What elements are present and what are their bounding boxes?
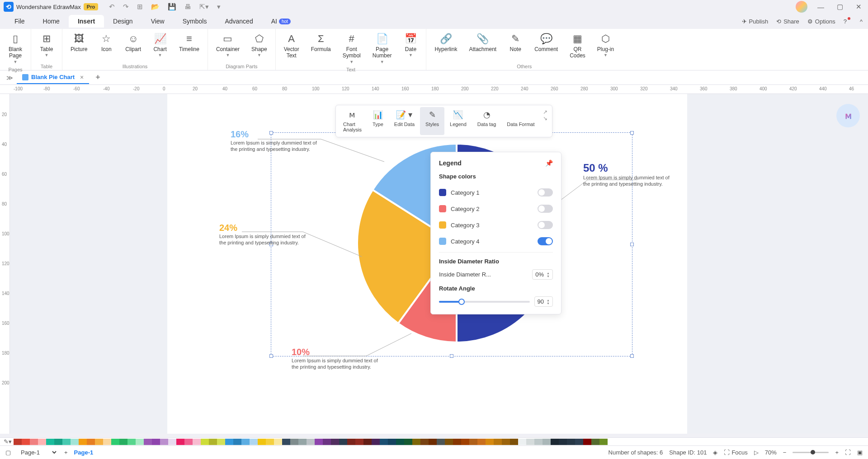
- selection-handle[interactable]: [630, 354, 634, 358]
- palette-swatch[interactable]: [445, 439, 453, 445]
- focus-button[interactable]: ⛶ Focus: [724, 449, 747, 456]
- selection-handle[interactable]: [450, 354, 453, 358]
- zoom-in-icon[interactable]: +: [835, 449, 839, 456]
- palette-swatch[interactable]: [559, 439, 567, 445]
- menu-insert[interactable]: Insert: [69, 15, 104, 28]
- ribbon-font-symbol[interactable]: #FontSymbol▼: [339, 31, 364, 66]
- menu-symbols[interactable]: Symbols: [174, 15, 216, 28]
- zoom-out-icon[interactable]: −: [783, 449, 787, 456]
- close-icon[interactable]: ✕: [853, 3, 864, 11]
- palette-swatch[interactable]: [437, 439, 445, 445]
- palette-swatch[interactable]: [30, 439, 38, 445]
- palette-swatch[interactable]: [363, 439, 372, 445]
- category-toggle[interactable]: [538, 205, 553, 213]
- color-swatch[interactable]: [439, 205, 446, 212]
- palette-swatch[interactable]: [502, 439, 510, 445]
- palette-swatch[interactable]: [339, 439, 347, 445]
- palette-swatch[interactable]: [250, 439, 258, 445]
- palette-swatch[interactable]: [233, 439, 241, 445]
- inside-diameter-input[interactable]: 0% ▲▼: [532, 269, 553, 280]
- palette-swatch[interactable]: [168, 439, 176, 445]
- menu-file[interactable]: File: [5, 15, 34, 28]
- palette-swatch[interactable]: [95, 439, 103, 445]
- palette-swatch[interactable]: [258, 439, 266, 445]
- spinner-down-icon[interactable]: ▼: [547, 275, 550, 278]
- qat-more-icon[interactable]: ▾: [217, 3, 221, 11]
- palette-swatch[interactable]: [388, 439, 396, 445]
- help-button[interactable]: ?: [844, 18, 852, 25]
- palette-swatch[interactable]: [290, 439, 298, 445]
- palette-swatch[interactable]: [201, 439, 209, 445]
- ribbon-shape[interactable]: ⬠Shape▼: [248, 31, 271, 63]
- palette-swatch[interactable]: [518, 439, 526, 445]
- export-icon[interactable]: ⇱▾: [199, 3, 209, 11]
- selection-handle[interactable]: [630, 243, 634, 246]
- selection-handle[interactable]: [269, 354, 273, 358]
- toolbar-legend[interactable]: 📉Legend: [444, 107, 472, 135]
- color-swatch[interactable]: [439, 189, 446, 196]
- ribbon-table[interactable]: ⊞Table▼: [36, 31, 57, 63]
- page-grid-icon[interactable]: ▢: [5, 449, 11, 456]
- palette-swatch[interactable]: [193, 439, 201, 445]
- undo-icon[interactable]: ↶: [109, 3, 115, 11]
- palette-swatch[interactable]: [331, 439, 339, 445]
- ribbon-note[interactable]: ✎Note: [505, 31, 526, 63]
- color-swatch[interactable]: [439, 238, 446, 245]
- palette-swatch[interactable]: [494, 439, 502, 445]
- palette-swatch[interactable]: [486, 439, 494, 445]
- palette-swatch[interactable]: [469, 439, 477, 445]
- palette-swatch[interactable]: [103, 439, 111, 445]
- palette-swatch[interactable]: [315, 439, 323, 445]
- menu-home[interactable]: Home: [34, 15, 69, 28]
- ribbon-icon[interactable]: ☆Icon: [95, 31, 117, 63]
- palette-swatch[interactable]: [575, 439, 583, 445]
- ribbon-timeline[interactable]: ≡Timeline: [175, 31, 203, 63]
- palette-swatch[interactable]: [420, 439, 429, 445]
- palette-swatch[interactable]: [591, 439, 599, 445]
- toolbar-data-tag[interactable]: ◔Data tag: [472, 107, 502, 135]
- palette-swatch[interactable]: [46, 439, 54, 445]
- toolbar-chart-analysis[interactable]: ᴍChartAnalysis: [338, 107, 367, 135]
- palette-swatch[interactable]: [298, 439, 307, 445]
- palette-swatch[interactable]: [136, 439, 144, 445]
- toolbar-data-format[interactable]: Data Format: [501, 107, 540, 135]
- tab-close-icon[interactable]: ×: [80, 74, 84, 81]
- ribbon-hyperlink[interactable]: 🔗Hyperlink: [431, 31, 461, 63]
- category-toggle[interactable]: [538, 221, 553, 229]
- fullscreen-icon[interactable]: ▣: [857, 449, 863, 456]
- save-icon[interactable]: 💾: [168, 3, 176, 11]
- ai-assistant-badge[interactable]: ᴍ: [836, 104, 860, 127]
- palette-swatch[interactable]: [71, 439, 79, 445]
- palette-swatch[interactable]: [54, 439, 62, 445]
- rotate-angle-slider[interactable]: [439, 301, 530, 303]
- ribbon-container[interactable]: ▭Container▼: [212, 31, 243, 63]
- toolbar-pin-icon[interactable]: ↗↘: [540, 107, 550, 123]
- palette-swatch[interactable]: [347, 439, 355, 445]
- ribbon-page-number[interactable]: 📄PageNumber▼: [369, 31, 396, 66]
- palette-swatch[interactable]: [380, 439, 388, 445]
- palette-swatch[interactable]: [599, 439, 608, 445]
- palette-swatch[interactable]: [282, 439, 290, 445]
- expand-tabs-icon[interactable]: ≫: [3, 74, 17, 81]
- menu-design[interactable]: Design: [104, 15, 142, 28]
- ribbon-date[interactable]: 📅Date▼: [400, 31, 421, 66]
- palette-swatch[interactable]: [453, 439, 461, 445]
- palette-swatch[interactable]: [372, 439, 380, 445]
- palette-swatch[interactable]: [111, 439, 119, 445]
- ribbon-blank-page[interactable]: ▯BlankPage▼: [5, 31, 26, 66]
- open-icon[interactable]: 📂: [151, 3, 160, 11]
- palette-swatch[interactable]: [583, 439, 591, 445]
- presentation-icon[interactable]: ▷: [754, 449, 759, 456]
- ribbon-formula[interactable]: ΣFormula: [307, 31, 335, 66]
- category-toggle[interactable]: [538, 188, 553, 197]
- layers-icon[interactable]: ◈: [713, 449, 717, 456]
- category-toggle[interactable]: [538, 237, 553, 245]
- palette-swatch[interactable]: [266, 439, 274, 445]
- palette-swatch[interactable]: [542, 439, 551, 445]
- palette-swatch[interactable]: [127, 439, 136, 445]
- palette-swatch[interactable]: [144, 439, 152, 445]
- ribbon-qr-codes[interactable]: ▦QRCodes: [566, 31, 589, 63]
- palette-swatch[interactable]: [510, 439, 518, 445]
- spinner-up-icon[interactable]: ▲: [547, 299, 550, 302]
- ribbon-comment[interactable]: 💬Comment: [531, 31, 561, 63]
